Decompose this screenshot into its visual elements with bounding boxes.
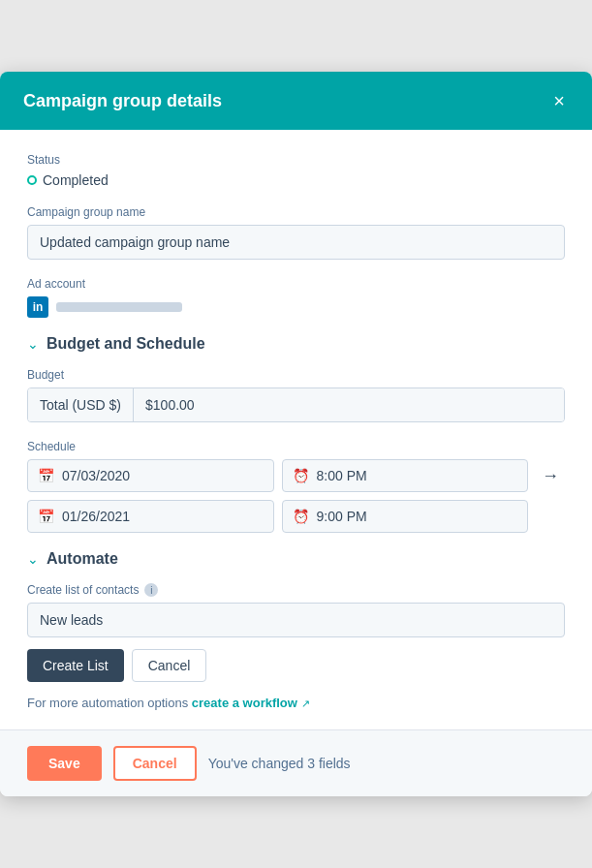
calendar-icon: 📅 <box>38 468 54 483</box>
budget-row: Total (USD $) <box>27 388 565 422</box>
workflow-link[interactable]: create a workflow <box>192 696 297 710</box>
calendar-end-icon: 📅 <box>38 509 54 524</box>
end-date-value: 01/26/2021 <box>62 509 130 524</box>
linkedin-icon: in <box>27 296 48 318</box>
ad-account-row: in <box>27 296 565 318</box>
budget-chevron-icon[interactable]: ⌄ <box>27 336 39 352</box>
automate-section-title: Automate <box>47 550 118 568</box>
automate-section-header: ⌄ Automate <box>27 550 565 568</box>
clock-icon: ⏰ <box>293 468 309 483</box>
status-group: Status Completed <box>27 153 565 188</box>
schedule-start-row: 📅 07/03/2020 ⏰ 8:00 PM → <box>27 459 565 492</box>
campaign-name-group: Campaign group name <box>27 205 565 260</box>
info-icon[interactable]: i <box>144 583 158 597</box>
save-button[interactable]: Save <box>27 746 102 781</box>
budget-field-group: Budget Total (USD $) <box>27 368 565 422</box>
workflow-text: For more automation options create a wor… <box>27 696 565 710</box>
ad-account-label: Ad account <box>27 277 565 291</box>
modal-footer: Save Cancel You've changed 3 fields <box>0 729 592 796</box>
action-buttons: Create List Cancel <box>27 649 565 682</box>
ad-account-group: Ad account in <box>27 277 565 318</box>
status-value: Completed <box>43 172 109 188</box>
clock-end-icon: ⏰ <box>293 509 309 524</box>
campaign-name-input[interactable] <box>27 225 565 260</box>
budget-section-title: Budget and Schedule <box>47 335 205 353</box>
external-link-icon: ↗ <box>301 698 310 709</box>
contacts-list-input[interactable] <box>27 603 565 637</box>
automate-section: ⌄ Automate Create list of contacts i Cre… <box>27 550 565 710</box>
ad-account-placeholder <box>56 302 182 312</box>
start-time-value: 8:00 PM <box>317 468 367 483</box>
status-row: Completed <box>27 172 565 188</box>
schedule-end-row: 📅 01/26/2021 ⏰ 9:00 PM <box>27 500 565 533</box>
start-date-input[interactable]: 📅 07/03/2020 <box>27 459 274 492</box>
cancel-footer-button[interactable]: Cancel <box>113 746 197 781</box>
budget-type-label: Total (USD $) <box>28 388 134 421</box>
contacts-label-row: Create list of contacts i <box>27 583 565 597</box>
budget-schedule-section: ⌄ Budget and Schedule Budget Total (USD … <box>27 335 565 533</box>
automate-chevron-icon[interactable]: ⌄ <box>27 551 39 567</box>
schedule-field-group: Schedule 📅 07/03/2020 ⏰ 8:00 PM → <box>27 440 565 533</box>
schedule-label: Schedule <box>27 440 565 453</box>
create-list-button[interactable]: Create List <box>27 649 124 682</box>
modal-header: Campaign group details × <box>0 72 592 130</box>
cancel-list-button[interactable]: Cancel <box>132 649 207 682</box>
changed-fields-text: You've changed 3 fields <box>208 756 351 771</box>
modal-title: Campaign group details <box>23 91 222 111</box>
end-time-value: 9:00 PM <box>317 509 367 524</box>
schedule-arrow-icon: → <box>536 466 565 486</box>
start-time-input[interactable]: ⏰ 8:00 PM <box>282 459 529 492</box>
campaign-name-label: Campaign group name <box>27 205 565 219</box>
close-button[interactable]: × <box>549 89 569 112</box>
modal-body: Status Completed Campaign group name Ad … <box>0 130 592 729</box>
campaign-group-details-modal: Campaign group details × Status Complete… <box>0 72 592 796</box>
start-date-value: 07/03/2020 <box>62 468 130 483</box>
budget-section-header: ⌄ Budget and Schedule <box>27 335 565 353</box>
end-date-input[interactable]: 📅 01/26/2021 <box>27 500 274 533</box>
budget-value-input[interactable] <box>134 388 564 421</box>
contacts-field-label: Create list of contacts <box>27 583 139 597</box>
status-dot-icon <box>27 175 37 185</box>
budget-field-label: Budget <box>27 368 565 382</box>
end-time-input[interactable]: ⏰ 9:00 PM <box>282 500 529 533</box>
workflow-prefix: For more automation options <box>27 696 192 710</box>
status-label: Status <box>27 153 565 167</box>
